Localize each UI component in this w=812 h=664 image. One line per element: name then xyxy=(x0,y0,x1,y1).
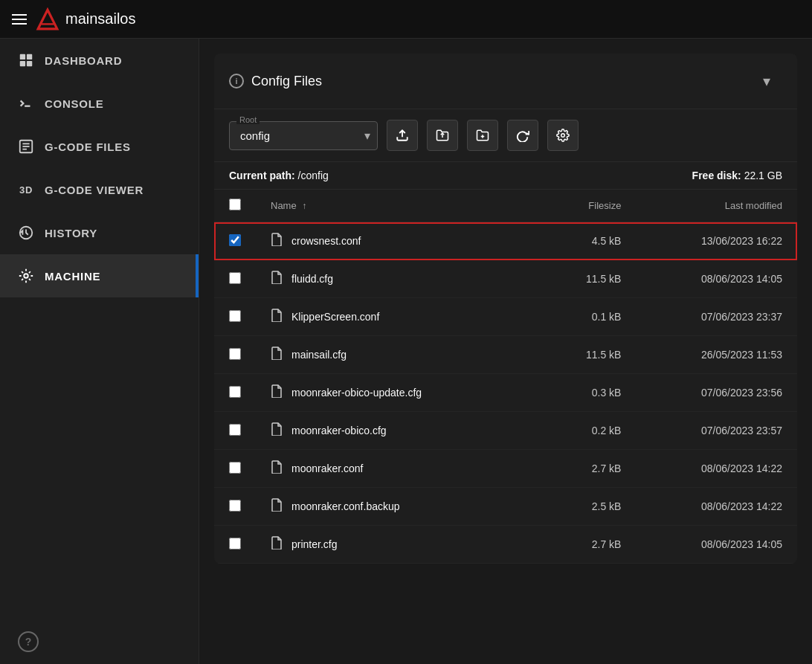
config-files-panel: i Config Files ▾ Root config gcodes logs… xyxy=(214,54,797,564)
current-path-label: Current path: xyxy=(229,170,295,181)
name-column-header[interactable]: Name ↑ xyxy=(256,190,527,222)
table-row[interactable]: KlipperScreen.conf0.1 kB07/06/2023 23:37 xyxy=(214,298,797,336)
file-size-cell: 2.5 kB xyxy=(527,488,636,526)
file-name-text: KlipperScreen.conf xyxy=(291,311,379,323)
filesize-column-header[interactable]: Filesize xyxy=(527,190,636,222)
file-size-cell: 2.7 kB xyxy=(527,526,636,564)
file-size-cell: 2.7 kB xyxy=(527,450,636,488)
row-checkbox-cell xyxy=(214,488,256,526)
gcode-viewer-icon: 3D xyxy=(18,181,34,198)
file-size-cell: 11.5 kB xyxy=(527,260,636,298)
table-row[interactable]: printer.cfg2.7 kB08/06/2023 14:05 xyxy=(214,526,797,564)
row-checkbox[interactable] xyxy=(229,538,241,549)
file-name-cell: moonraker.conf.backup xyxy=(256,488,527,526)
table-row[interactable]: fluidd.cfg11.5 kB08/06/2023 14:05 xyxy=(214,260,797,298)
file-name-cell: printer.cfg xyxy=(256,526,527,564)
sidebar-item-label: G-CODE VIEWER xyxy=(45,184,144,196)
file-date-cell: 07/06/2023 23:37 xyxy=(636,298,797,336)
sidebar-item-gcode-files[interactable]: G-CODE FILES xyxy=(0,125,199,168)
table-row[interactable]: moonraker.conf2.7 kB08/06/2023 14:22 xyxy=(214,450,797,488)
dashboard-icon xyxy=(18,52,34,68)
select-all-checkbox[interactable] xyxy=(229,199,241,210)
file-date-cell: 08/06/2023 14:05 xyxy=(636,260,797,298)
table-row[interactable]: crowsnest.conf4.5 kB13/06/2023 16:22 xyxy=(214,222,797,260)
file-name-cell: fluidd.cfg xyxy=(256,260,527,298)
row-checkbox[interactable] xyxy=(229,348,241,360)
file-date-cell: 26/05/2023 11:53 xyxy=(636,336,797,374)
panel-header: i Config Files ▾ xyxy=(214,54,797,109)
help-button[interactable]: ? xyxy=(18,631,39,652)
row-checkbox[interactable] xyxy=(229,310,241,322)
sidebar-item-label: DASHBOARD xyxy=(45,54,122,67)
table-row[interactable]: mainsail.cfg11.5 kB26/05/2023 11:53 xyxy=(214,336,797,374)
file-date-cell: 08/06/2023 14:22 xyxy=(636,450,797,488)
row-checkbox[interactable] xyxy=(229,234,241,246)
file-name-cell: mainsail.cfg xyxy=(256,336,527,374)
svg-rect-4 xyxy=(20,61,25,66)
svg-point-17 xyxy=(561,134,565,138)
file-icon xyxy=(271,271,283,287)
path-row: Current path: /config Free disk: 22.1 GB xyxy=(214,162,797,190)
free-disk-label: Free disk: xyxy=(692,170,741,181)
file-name-text: fluidd.cfg xyxy=(291,273,333,285)
main-layout: DASHBOARD CONSOLE G-CODE FILES xyxy=(0,39,812,664)
row-checkbox-cell xyxy=(214,526,256,564)
refresh-button[interactable] xyxy=(507,120,538,151)
file-date-cell: 08/06/2023 14:22 xyxy=(636,488,797,526)
upload-folder-icon xyxy=(436,129,449,142)
file-icon xyxy=(271,384,283,401)
upload-folder-button[interactable] xyxy=(427,120,458,151)
app-title: mainsailos xyxy=(65,10,135,28)
row-checkbox[interactable] xyxy=(229,272,241,284)
svg-rect-2 xyxy=(20,54,25,59)
row-checkbox-cell xyxy=(214,222,256,260)
content-area: i Config Files ▾ Root config gcodes logs… xyxy=(199,39,812,664)
sidebar-item-label: HISTORY xyxy=(45,227,97,239)
new-folder-button[interactable] xyxy=(467,120,498,151)
file-name-text: moonraker.conf.backup xyxy=(291,500,400,512)
table-row[interactable]: moonraker-obico-update.cfg0.3 kB07/06/20… xyxy=(214,374,797,412)
file-size-cell: 11.5 kB xyxy=(527,336,636,374)
sidebar-item-machine[interactable]: MACHINE xyxy=(0,254,199,297)
file-icon xyxy=(271,346,283,363)
file-name-cell: crowsnest.conf xyxy=(256,222,527,260)
machine-icon xyxy=(18,268,34,284)
upload-icon xyxy=(396,129,409,142)
svg-rect-5 xyxy=(27,61,32,66)
current-path: Current path: /config xyxy=(229,170,329,181)
table-row[interactable]: moonraker.conf.backup2.5 kB08/06/2023 14… xyxy=(214,488,797,526)
settings-button[interactable] xyxy=(547,120,579,151)
settings-icon xyxy=(556,129,570,142)
upload-file-button[interactable] xyxy=(387,120,418,151)
file-icon xyxy=(271,498,283,515)
refresh-icon xyxy=(516,129,529,142)
row-checkbox[interactable] xyxy=(229,386,241,398)
root-select[interactable]: config gcodes logs xyxy=(229,121,378,150)
file-name-cell: moonraker-obico.cfg xyxy=(256,412,527,450)
row-checkbox[interactable] xyxy=(229,424,241,436)
svg-point-12 xyxy=(24,274,28,278)
sidebar-item-history[interactable]: HISTORY xyxy=(0,211,199,254)
info-icon: i xyxy=(229,74,244,88)
table-row[interactable]: moonraker-obico.cfg0.2 kB07/06/2023 23:5… xyxy=(214,412,797,450)
file-icon xyxy=(271,536,283,552)
free-disk: Free disk: 22.1 GB xyxy=(692,170,782,181)
file-name-text: mainsail.cfg xyxy=(291,349,347,361)
sidebar-item-dashboard[interactable]: DASHBOARD xyxy=(0,39,199,82)
row-checkbox-cell xyxy=(214,298,256,336)
row-checkbox-cell xyxy=(214,374,256,412)
row-checkbox[interactable] xyxy=(229,462,241,474)
file-name-text: printer.cfg xyxy=(291,538,337,550)
last-modified-column-header[interactable]: Last modified xyxy=(636,190,797,222)
file-icon xyxy=(271,422,283,439)
sidebar-item-label: G-CODE FILES xyxy=(45,141,131,153)
sidebar-item-console[interactable]: CONSOLE xyxy=(0,82,199,125)
svg-rect-3 xyxy=(27,54,32,59)
panel-toolbar: Root config gcodes logs ▾ xyxy=(214,109,797,162)
file-name-text: moonraker-obico.cfg xyxy=(291,425,387,436)
hamburger-menu[interactable] xyxy=(12,14,27,25)
collapse-button[interactable]: ▾ xyxy=(751,65,782,97)
row-checkbox[interactable] xyxy=(229,500,241,512)
panel-title: i Config Files xyxy=(229,74,322,89)
sidebar-item-gcode-viewer[interactable]: 3D G-CODE VIEWER xyxy=(0,168,199,211)
